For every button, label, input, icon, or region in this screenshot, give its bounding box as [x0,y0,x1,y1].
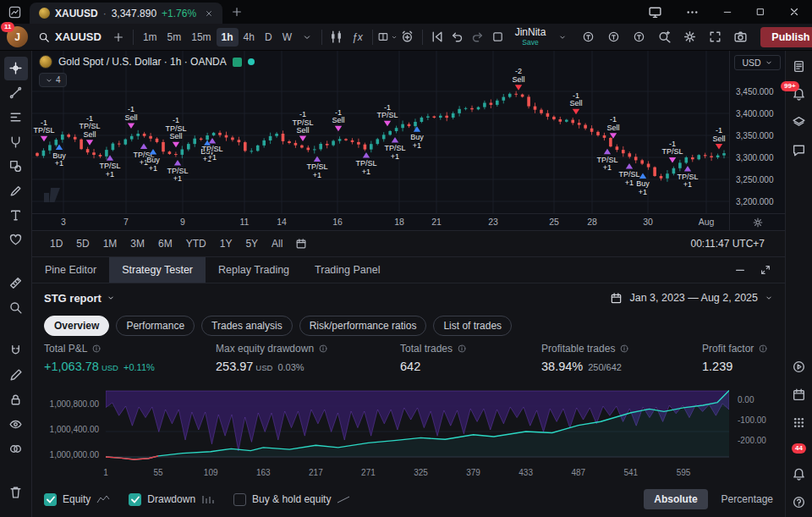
brush-tool[interactable] [4,179,28,203]
streams-icon[interactable] [792,360,806,374]
publish-button[interactable]: Publish [760,27,812,47]
user-avatar[interactable]: J 11 [7,26,28,47]
tab-close-icon[interactable] [205,9,213,18]
checkbox-box[interactable] [129,493,141,506]
lock-tool[interactable] [4,388,28,412]
apps-icon[interactable] [792,415,806,430]
text-tool[interactable] [4,204,28,228]
price-axis[interactable]: USD 3,450.0003,400.0003,350.0003,300.000… [729,51,785,213]
settings-gear-icon[interactable] [679,27,700,47]
tab-trading-panel[interactable]: Trading Panel [302,257,392,283]
redo-button[interactable] [468,27,488,47]
checkbox-buy-hold-equity[interactable]: Buy & hold equity [233,493,350,506]
tab-replay-trading[interactable]: Replay Trading [206,257,302,283]
range-1y[interactable]: 1Y [214,234,239,253]
info-icon[interactable] [758,344,768,354]
fib-tool[interactable] [4,106,28,129]
trade-button-2[interactable] [603,27,623,47]
timeframe-5m[interactable]: 5m [162,28,187,47]
tab-pine-editor[interactable]: Pine Editor [32,257,109,283]
select-layout-icon[interactable] [488,27,508,47]
price-chart-canvas[interactable]: -1TP/SL-1TP/SLSell-1Sell-1TP/SLSell-1TP/… [32,51,729,213]
absolute-button[interactable]: Absolute [644,489,707,509]
shapes-tool[interactable] [4,155,28,179]
snapshot-camera-icon[interactable] [730,27,750,47]
trade-button-1[interactable] [578,27,598,47]
compare-tool[interactable] [4,437,28,461]
subtab-risk-performance-ratios[interactable]: Risk/performance ratios [299,316,427,336]
alert-button[interactable] [398,27,418,47]
goto-date-icon[interactable] [295,238,307,250]
panel-expand-icon[interactable] [760,264,771,276]
clock-label[interactable]: 00:11:47 UTC+7 [691,238,774,250]
indicators-collapsed-badge[interactable]: 4 [39,73,67,87]
price-chart[interactable]: -1TP/SL-1TP/SLSell-1Sell-1TP/SLSell-1TP/… [32,51,729,213]
layout-grid-button[interactable] [377,27,398,47]
undo-button[interactable] [447,27,468,47]
chart-legend[interactable]: Gold Spot / U.S. Dollar · 1h · OANDA [39,55,255,69]
browser-tab[interactable]: XAUUSD · 3,347.890 +1.76% [30,3,222,24]
range-1d[interactable]: 1D [44,234,69,253]
window-close-icon[interactable] [788,6,800,18]
tab-strategy-tester[interactable]: Strategy Tester [109,257,206,283]
notifications-icon[interactable] [792,467,806,481]
ideas-icon[interactable] [792,115,806,129]
time-axis[interactable]: 379111416182123252830Aug [32,213,785,230]
layout-name-button[interactable]: JinNita Save [515,27,546,47]
help-icon[interactable] [792,495,806,509]
chart-settings-corner[interactable] [729,214,785,230]
range-all[interactable]: All [266,234,288,253]
add-symbol-button[interactable] [108,27,129,47]
panel-minimize-icon[interactable] [734,264,746,276]
timeframe-4h[interactable]: 4h [239,28,260,47]
trendline-tool[interactable] [4,81,28,105]
chat-icon[interactable] [792,143,806,157]
axis-settings-gear-icon[interactable] [752,217,764,228]
range-5y[interactable]: 5Y [239,234,264,253]
range-5d[interactable]: 5D [70,234,95,253]
fullscreen-icon[interactable] [705,27,725,47]
magnet-tool[interactable] [4,339,28,363]
quick-search-icon[interactable] [654,27,674,47]
timeframe-1m[interactable]: 1m [138,28,162,47]
layout-dropdown-icon[interactable] [552,27,573,47]
zoom-tool[interactable] [4,296,28,320]
indicators-button[interactable]: ƒx [347,31,368,43]
info-icon[interactable] [91,344,102,354]
subtab-performance[interactable]: Performance [116,316,195,336]
crosshair-tool[interactable] [4,57,28,80]
trash-tool[interactable] [4,481,28,504]
timeframe-D[interactable]: D [260,28,277,47]
symbol-search-button[interactable]: XAUUSD [31,27,108,47]
trade-button-3[interactable] [628,27,649,47]
draw-tool[interactable] [4,364,28,388]
percentage-button[interactable]: Percentage [721,493,773,505]
info-icon[interactable] [318,344,328,354]
checkbox-equity[interactable]: Equity [44,493,110,506]
calendar-icon[interactable] [792,388,806,402]
window-menu-icon[interactable] [685,5,700,19]
checkbox-drawdown[interactable]: Drawdown [129,493,215,506]
range-6m[interactable]: 6M [152,234,178,253]
alerts-icon[interactable]: 99+ [792,87,806,102]
currency-dropdown[interactable]: USD [734,55,781,70]
watchlist-icon[interactable] [792,59,806,74]
checkbox-box[interactable] [44,493,57,506]
ruler-tool[interactable] [4,272,28,295]
timeframe-W[interactable]: W [277,28,297,47]
checkbox-box[interactable] [233,493,246,506]
chart-style-button[interactable] [326,27,347,47]
subtab-list-of-trades[interactable]: List of trades [433,316,512,336]
range-3m[interactable]: 3M [124,234,151,253]
window-maximize-icon[interactable] [755,7,765,17]
displays-icon[interactable] [648,5,662,19]
info-icon[interactable] [619,344,629,354]
date-range-selector[interactable]: Jan 3, 2023 — Aug 2, 2025 [610,292,773,305]
pitchfork-tool[interactable] [4,130,28,154]
emoji-tool[interactable] [4,228,28,252]
report-selector[interactable]: STG report [44,292,115,305]
new-tab-button[interactable] [231,6,243,18]
range-1m[interactable]: 1M [97,234,123,253]
subtab-overview[interactable]: Overview [44,316,109,336]
timeframe-1h[interactable]: 1h [217,28,239,47]
